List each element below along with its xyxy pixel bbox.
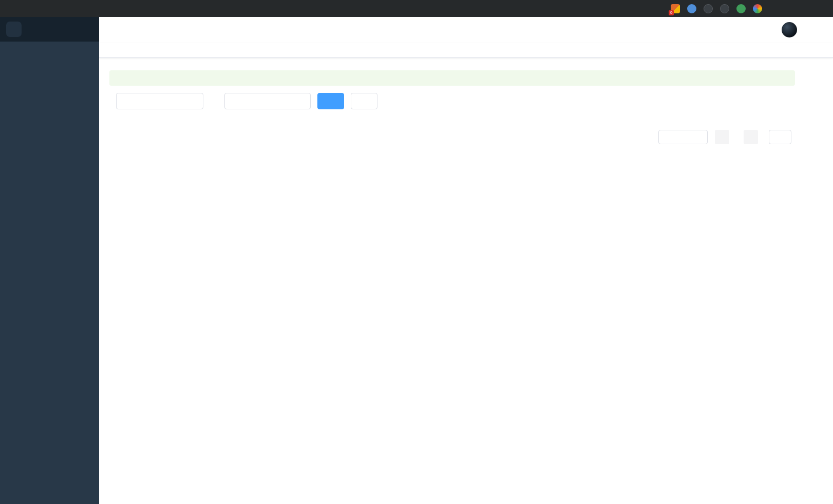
extension-badge: 0 xyxy=(669,10,674,15)
back-icon[interactable] xyxy=(5,2,18,15)
github-icon[interactable] xyxy=(708,25,717,34)
reset-button[interactable] xyxy=(351,93,377,109)
extension-icon[interactable] xyxy=(687,4,696,13)
home-icon[interactable] xyxy=(51,2,65,15)
caret-down-icon[interactable] xyxy=(816,25,825,34)
extension-icon[interactable] xyxy=(720,4,729,13)
extension-icon[interactable]: 0 xyxy=(671,4,680,13)
chevron-down-icon xyxy=(698,134,704,140)
user-id-input[interactable] xyxy=(116,93,203,109)
page-size-select[interactable] xyxy=(658,130,708,144)
user-avatar[interactable] xyxy=(782,22,797,37)
share-icon[interactable] xyxy=(637,2,651,15)
extension-icon[interactable] xyxy=(704,4,713,13)
site-info-icon[interactable] xyxy=(76,2,89,15)
font-size-icon[interactable] xyxy=(763,25,772,34)
forward-icon[interactable] xyxy=(21,2,34,15)
top-navbar xyxy=(99,17,833,43)
goto-page-input[interactable] xyxy=(769,130,791,144)
navbar-actions xyxy=(689,22,825,37)
page-content xyxy=(99,58,833,504)
search-button[interactable] xyxy=(317,93,344,109)
sidebar xyxy=(0,17,99,504)
fullscreen-icon[interactable] xyxy=(745,25,754,34)
extensions-puzzle-icon[interactable] xyxy=(767,2,780,15)
prev-page-button[interactable] xyxy=(715,130,729,144)
next-page-button[interactable] xyxy=(744,130,758,144)
app-logo[interactable] xyxy=(0,17,99,42)
side-panel-icon[interactable] xyxy=(782,2,796,15)
sidebar-menu-bottom xyxy=(0,42,99,504)
address-bar[interactable] xyxy=(71,2,631,15)
goto-page xyxy=(765,130,795,144)
reload-icon[interactable] xyxy=(36,2,49,15)
search-icon[interactable] xyxy=(689,25,698,34)
browser-chrome: 0 xyxy=(0,0,833,17)
app-frame xyxy=(0,17,833,504)
user-type-select[interactable] xyxy=(224,93,311,109)
success-check-icon xyxy=(116,74,123,82)
extension-icon[interactable] xyxy=(736,4,746,13)
browser-menu-icon[interactable] xyxy=(815,2,828,15)
tab-bar xyxy=(99,43,833,58)
chevron-right-icon xyxy=(748,134,754,140)
logo-avatar-icon xyxy=(6,22,22,37)
extension-icon[interactable] xyxy=(753,4,762,13)
alert-close-icon[interactable] xyxy=(783,75,789,81)
search-icon xyxy=(326,98,333,105)
chevron-left-icon xyxy=(720,134,725,140)
refresh-icon xyxy=(359,98,366,105)
main-area xyxy=(99,17,833,504)
chevron-down-icon xyxy=(299,98,306,104)
filter-form xyxy=(109,93,795,109)
pagination xyxy=(109,130,795,144)
doc-alert xyxy=(109,70,795,86)
help-icon[interactable] xyxy=(726,25,735,34)
sidebar-fold-icon[interactable] xyxy=(107,25,118,35)
bookmark-star-icon[interactable] xyxy=(653,2,666,15)
profile-avatar-icon[interactable] xyxy=(800,4,810,13)
